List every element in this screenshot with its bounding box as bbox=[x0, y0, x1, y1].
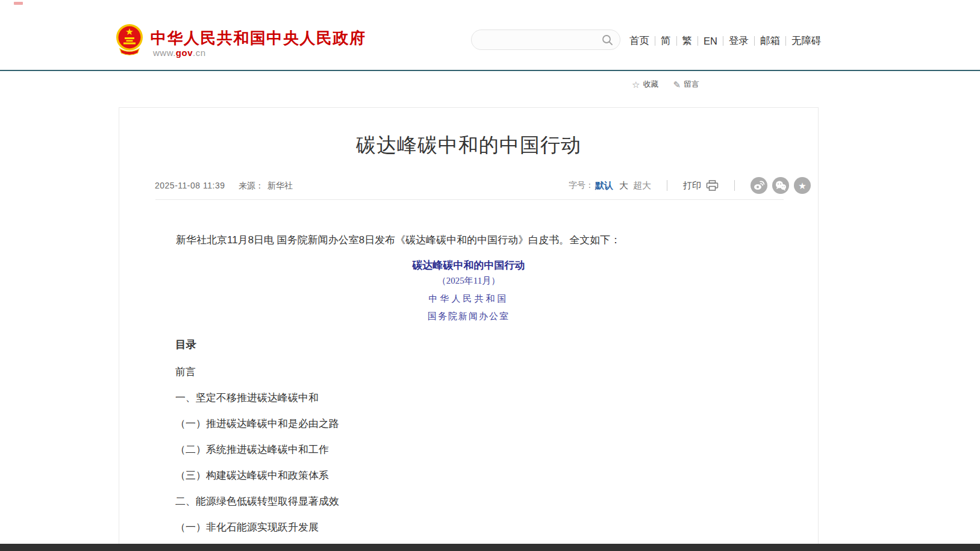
pencil-icon: ✎ bbox=[673, 80, 681, 89]
source-value[interactable]: 新华社 bbox=[267, 181, 293, 191]
search-input[interactable] bbox=[481, 31, 596, 49]
toc-item: （一）非化石能源实现跃升发展 bbox=[175, 514, 717, 540]
controls-separator bbox=[667, 180, 667, 191]
wechat-icon[interactable] bbox=[772, 177, 789, 194]
toc-header: 目录 bbox=[175, 337, 196, 352]
whitepaper-title: 碳达峰碳中和的中国行动 bbox=[119, 258, 818, 272]
qzone-star-icon[interactable]: ★ bbox=[794, 177, 811, 194]
message-link[interactable]: ✎ 留言 bbox=[673, 79, 699, 90]
search-box bbox=[471, 30, 620, 50]
meta-divider bbox=[155, 199, 784, 200]
nav-separator bbox=[723, 36, 723, 46]
article-content-box: 碳达峰碳中和的中国行动 2025-11-08 11:39 来源： 新华社 字号：… bbox=[119, 107, 819, 551]
toc-item: 前言 bbox=[175, 359, 717, 385]
quick-links: ☆ 收藏 ✎ 留言 bbox=[632, 79, 699, 90]
site-url-cn: .cn bbox=[193, 48, 206, 58]
whitepaper-issuer-line1: 中华人民共和国 bbox=[119, 293, 818, 305]
national-emblem-logo bbox=[116, 22, 143, 57]
article-meta-row: 2025-11-08 11:39 来源： 新华社 字号： 默认 大 超大 打印 bbox=[119, 176, 818, 195]
toc-item: 二、能源绿色低碳转型取得显著成效 bbox=[175, 488, 717, 514]
site-url-www: www. bbox=[153, 48, 176, 58]
star-icon: ☆ bbox=[632, 80, 640, 89]
site-url: www.gov.cn bbox=[153, 48, 206, 58]
whitepaper-date-line: （2025年11月） bbox=[119, 275, 818, 287]
bottom-bar bbox=[0, 544, 980, 551]
search-icon[interactable] bbox=[602, 34, 613, 46]
toc-item: （二）系统推进碳达峰碳中和工作 bbox=[175, 437, 717, 462]
nav-separator bbox=[676, 36, 677, 46]
whitepaper-issuer-line2: 国务院新闻办公室 bbox=[119, 311, 818, 322]
publish-date: 2025-11-08 11:39 bbox=[155, 181, 225, 190]
nav-item-simplified[interactable]: 简 bbox=[661, 34, 671, 48]
toc-item: （一）推进碳达峰碳中和是必由之路 bbox=[175, 411, 717, 437]
weibo-icon[interactable] bbox=[751, 177, 767, 194]
site-url-gov: gov bbox=[176, 48, 193, 58]
printer-icon[interactable] bbox=[706, 180, 719, 191]
favorite-label: 收藏 bbox=[643, 79, 658, 90]
nav-separator bbox=[754, 36, 755, 46]
message-label: 留言 bbox=[684, 79, 699, 90]
site-header: 中华人民共和国中央人民政府 www.gov.cn 首页 简 繁 EN 登录 邮箱… bbox=[0, 0, 980, 71]
toc-item: （三）构建碳达峰碳中和政策体系 bbox=[175, 462, 717, 488]
font-size-label: 字号： bbox=[569, 180, 594, 191]
source-label: 来源： bbox=[239, 181, 264, 191]
print-button[interactable]: 打印 bbox=[683, 180, 701, 191]
nav-item-traditional[interactable]: 繁 bbox=[682, 34, 693, 48]
nav-separator bbox=[698, 36, 698, 46]
font-size-large-button[interactable]: 大 bbox=[619, 180, 628, 191]
page: 中华人民共和国中央人民政府 www.gov.cn 首页 简 繁 EN 登录 邮箱… bbox=[0, 0, 980, 551]
nav-separator bbox=[655, 36, 655, 46]
share-buttons: ★ bbox=[751, 177, 811, 194]
favorite-link[interactable]: ☆ 收藏 bbox=[632, 79, 658, 90]
controls-separator bbox=[734, 180, 735, 191]
toc-list: 前言 一、坚定不移推进碳达峰碳中和 （一）推进碳达峰碳中和是必由之路 （二）系统… bbox=[175, 359, 717, 540]
nav-item-home[interactable]: 首页 bbox=[629, 34, 649, 48]
nav-item-mail[interactable]: 邮箱 bbox=[760, 34, 780, 48]
nav-item-accessibility[interactable]: 无障碍 bbox=[791, 34, 822, 48]
site-title: 中华人民共和国中央人民政府 bbox=[151, 28, 366, 49]
article-controls: 字号： 默认 大 超大 打印 bbox=[569, 176, 811, 195]
top-nav: 首页 简 繁 EN 登录 邮箱 无障碍 bbox=[629, 34, 821, 48]
font-size-xlarge-button[interactable]: 超大 bbox=[633, 180, 651, 191]
font-size-default-button[interactable]: 默认 bbox=[595, 180, 613, 191]
article-title: 碳达峰碳中和的中国行动 bbox=[119, 132, 818, 159]
toc-item: 一、坚定不移推进碳达峰碳中和 bbox=[175, 385, 717, 411]
nav-item-english[interactable]: EN bbox=[704, 36, 717, 47]
nav-item-login[interactable]: 登录 bbox=[729, 34, 749, 48]
lead-paragraph: 新华社北京11月8日电 国务院新闻办公室8日发布《碳达峰碳中和的中国行动》白皮书… bbox=[155, 231, 783, 249]
corner-red-mark bbox=[14, 2, 23, 5]
nav-separator bbox=[785, 36, 786, 46]
